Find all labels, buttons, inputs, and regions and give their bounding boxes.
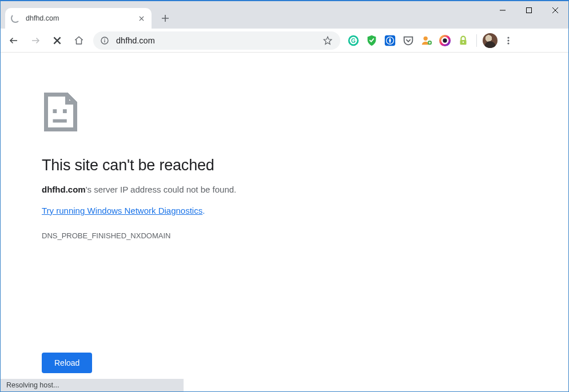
- maximize-button[interactable]: [516, 1, 542, 19]
- window-close-button[interactable]: [542, 1, 568, 19]
- diagnostics-line: Try running Windows Network Diagnostics.: [42, 206, 396, 231]
- chrome-menu-button[interactable]: [500, 32, 517, 49]
- lock-icon: [457, 34, 469, 47]
- tab-strip: dhfhd.com: [1, 1, 173, 29]
- stop-button[interactable]: [47, 31, 67, 50]
- toolbar: dhfhd.com G: [1, 29, 568, 53]
- svg-point-15: [507, 39, 509, 41]
- error-heading: This site can't be reached: [42, 157, 396, 174]
- tab-close-button[interactable]: [137, 14, 146, 23]
- browser-window: dhfhd.com: [0, 0, 569, 392]
- diagnostics-suffix: .: [202, 206, 205, 215]
- address-bar[interactable]: dhfhd.com: [93, 31, 340, 50]
- extension-lastpass[interactable]: [455, 32, 472, 49]
- svg-point-16: [507, 42, 509, 44]
- shield-icon: [365, 34, 378, 47]
- status-bar: Resolving host...: [1, 379, 184, 391]
- sad-page-icon: [42, 93, 83, 134]
- error-page: This site can't be reached dhfhd.com's s…: [42, 93, 396, 240]
- home-icon: [74, 35, 84, 46]
- extension-adguard[interactable]: [363, 32, 380, 49]
- gradient-ring-icon: [439, 34, 451, 47]
- extension-instagram[interactable]: [436, 32, 453, 49]
- loading-spinner-icon: [11, 14, 20, 23]
- svg-point-14: [507, 37, 509, 38]
- tab-title: dhfhd.com: [26, 14, 137, 22]
- svg-rect-19: [53, 119, 66, 123]
- tab-active[interactable]: dhfhd.com: [5, 8, 152, 29]
- stop-icon: [53, 37, 61, 45]
- new-tab-button[interactable]: [157, 10, 173, 26]
- plus-icon: [161, 14, 169, 22]
- extensions-area: G: [345, 32, 517, 49]
- svg-rect-0: [527, 8, 532, 13]
- extension-grammarly[interactable]: G: [345, 32, 362, 49]
- minimize-button[interactable]: [490, 1, 516, 19]
- svg-point-13: [463, 41, 464, 43]
- kebab-icon: [504, 36, 513, 45]
- svg-point-11: [443, 38, 447, 42]
- window-controls: [490, 1, 568, 19]
- person-plus-icon: [420, 34, 433, 47]
- extension-blue-square[interactable]: [381, 32, 399, 49]
- svg-rect-17: [53, 109, 57, 113]
- forward-button[interactable]: [26, 31, 45, 50]
- svg-point-2: [104, 38, 105, 39]
- bookmark-button[interactable]: [320, 33, 336, 49]
- svg-rect-18: [63, 109, 67, 113]
- compass-icon: [384, 34, 396, 47]
- error-message-suffix: 's server IP address could not be found.: [86, 185, 237, 194]
- error-message: dhfhd.com's server IP address could not …: [42, 185, 396, 194]
- profile-button[interactable]: [482, 32, 499, 49]
- minimize-icon: [500, 7, 506, 13]
- site-info-button[interactable]: [100, 36, 109, 45]
- extension-contacts[interactable]: [418, 32, 435, 49]
- status-text: Resolving host...: [6, 381, 59, 389]
- arrow-right-icon: [30, 35, 41, 46]
- error-code: DNS_PROBE_FINISHED_NXDOMAIN: [42, 231, 396, 240]
- titlebar: dhfhd.com: [1, 1, 568, 29]
- extension-pocket[interactable]: [400, 32, 417, 49]
- reload-button[interactable]: Reload: [42, 353, 92, 373]
- avatar-icon: [483, 33, 498, 48]
- page-content: This site can't be reached dhfhd.com's s…: [1, 53, 568, 391]
- home-button[interactable]: [69, 31, 89, 50]
- diagnostics-link[interactable]: Try running Windows Network Diagnostics: [42, 206, 202, 215]
- error-domain: dhfhd.com: [42, 185, 86, 194]
- arrow-left-icon: [9, 35, 19, 46]
- maximize-icon: [526, 7, 532, 13]
- info-icon: [100, 36, 109, 45]
- svg-text:G: G: [351, 38, 356, 44]
- svg-point-8: [424, 36, 428, 40]
- close-icon: [139, 16, 144, 21]
- separator: [476, 34, 477, 47]
- star-icon: [323, 35, 333, 46]
- back-button[interactable]: [4, 31, 23, 50]
- url-text: dhfhd.com: [116, 36, 320, 45]
- close-icon: [552, 7, 558, 13]
- grammarly-icon: G: [347, 34, 360, 47]
- pocket-icon: [402, 34, 415, 47]
